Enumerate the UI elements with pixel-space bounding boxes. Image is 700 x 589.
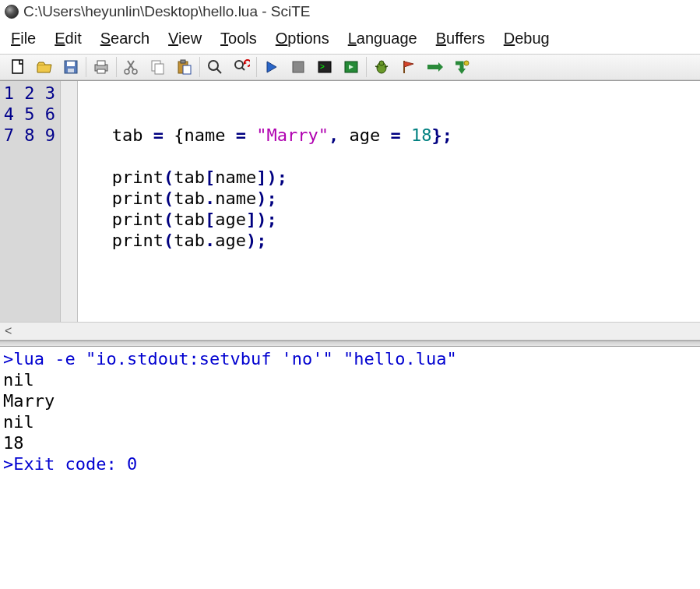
horizontal-scrollbar[interactable]: < bbox=[0, 322, 700, 340]
open-button[interactable] bbox=[34, 57, 55, 77]
svg-point-30 bbox=[379, 61, 384, 65]
output-line: >Exit code: 0 bbox=[3, 453, 697, 474]
console-button[interactable]: > bbox=[315, 57, 335, 77]
svg-point-10 bbox=[132, 69, 137, 74]
svg-line-19 bbox=[241, 67, 244, 70]
menu-view[interactable]: View bbox=[168, 30, 202, 48]
menu-file[interactable]: File bbox=[11, 30, 36, 48]
editor[interactable]: 1 2 3 4 5 6 7 8 9 tab = {name = "Marry",… bbox=[0, 80, 700, 322]
code-line[interactable] bbox=[81, 251, 700, 272]
svg-rect-5 bbox=[97, 61, 105, 65]
titlebar: C:\Users\heyunlin\Desktop\hello.lua - Sc… bbox=[0, 0, 700, 23]
menu-buffers[interactable]: Buffers bbox=[436, 30, 485, 48]
svg-marker-35 bbox=[458, 69, 466, 74]
svg-rect-6 bbox=[97, 69, 105, 73]
output-line: nil bbox=[3, 411, 697, 432]
build-button[interactable] bbox=[341, 57, 361, 77]
svg-rect-3 bbox=[68, 69, 74, 72]
print-button[interactable] bbox=[91, 57, 111, 77]
svg-rect-14 bbox=[181, 60, 185, 63]
output-line: 18 bbox=[3, 432, 697, 453]
flag-button[interactable] bbox=[398, 57, 418, 77]
svg-rect-2 bbox=[67, 62, 75, 66]
svg-point-9 bbox=[125, 69, 129, 74]
menu-tools[interactable]: Tools bbox=[220, 30, 257, 48]
go-button[interactable] bbox=[262, 57, 282, 77]
replace-button[interactable] bbox=[231, 57, 252, 77]
stop-button[interactable] bbox=[288, 57, 308, 77]
new-button[interactable] bbox=[8, 57, 28, 77]
stepinto-button[interactable] bbox=[451, 57, 471, 77]
paste-button[interactable] bbox=[174, 57, 195, 77]
splitter[interactable] bbox=[0, 340, 700, 347]
code-line[interactable]: print(tab[age]); bbox=[81, 209, 700, 230]
menu-language[interactable]: Language bbox=[348, 30, 417, 48]
svg-rect-12 bbox=[155, 64, 164, 74]
bug-button[interactable] bbox=[371, 57, 392, 77]
output-line: Marry bbox=[3, 390, 697, 411]
menubar: FileEditSearchViewToolsOptionsLanguageBu… bbox=[0, 23, 700, 54]
output-line: >lua -e "io.stdout:setvbuf 'no'" "hello.… bbox=[3, 348, 697, 369]
svg-line-17 bbox=[216, 69, 221, 73]
svg-point-36 bbox=[464, 61, 469, 65]
line-number-gutter: 1 2 3 4 5 6 7 8 9 bbox=[0, 81, 61, 322]
svg-marker-34 bbox=[438, 62, 443, 72]
code-line[interactable] bbox=[81, 146, 700, 167]
code-line[interactable] bbox=[81, 104, 700, 125]
svg-line-28 bbox=[375, 66, 378, 67]
menu-options[interactable]: Options bbox=[276, 30, 329, 48]
code-line[interactable]: tab = {name = "Marry", age = 18}; bbox=[81, 125, 700, 146]
fold-margin bbox=[61, 81, 78, 322]
find-button[interactable] bbox=[205, 57, 225, 77]
output-pane[interactable]: >lua -e "io.stdout:setvbuf 'no'" "hello.… bbox=[0, 347, 700, 589]
stepover-button[interactable] bbox=[424, 57, 445, 77]
app-icon bbox=[5, 5, 19, 19]
svg-rect-15 bbox=[183, 65, 191, 74]
svg-rect-33 bbox=[427, 65, 438, 69]
code-line[interactable]: print(tab.age); bbox=[81, 230, 700, 251]
cut-button[interactable] bbox=[121, 57, 142, 77]
window-title: C:\Users\heyunlin\Desktop\hello.lua - Sc… bbox=[23, 3, 311, 20]
toolbar: > bbox=[0, 54, 700, 80]
code-line[interactable]: print(tab.name); bbox=[81, 188, 700, 209]
svg-rect-0 bbox=[12, 60, 23, 73]
output-line: nil bbox=[3, 369, 697, 390]
code-line[interactable]: print(tab[name]); bbox=[81, 167, 700, 188]
svg-rect-22 bbox=[293, 62, 304, 72]
save-button[interactable] bbox=[61, 57, 81, 77]
copy-button[interactable] bbox=[148, 57, 168, 77]
svg-marker-32 bbox=[404, 62, 413, 67]
menu-edit[interactable]: Edit bbox=[55, 30, 81, 48]
menu-debug[interactable]: Debug bbox=[504, 30, 550, 48]
svg-text:>: > bbox=[320, 62, 325, 71]
scroll-left-icon[interactable]: < bbox=[5, 324, 12, 338]
code-line[interactable] bbox=[81, 83, 700, 104]
svg-marker-21 bbox=[267, 62, 276, 72]
menu-search[interactable]: Search bbox=[100, 30, 149, 48]
code-editor[interactable]: tab = {name = "Marry", age = 18}; print(… bbox=[78, 81, 700, 322]
svg-line-29 bbox=[385, 66, 388, 67]
